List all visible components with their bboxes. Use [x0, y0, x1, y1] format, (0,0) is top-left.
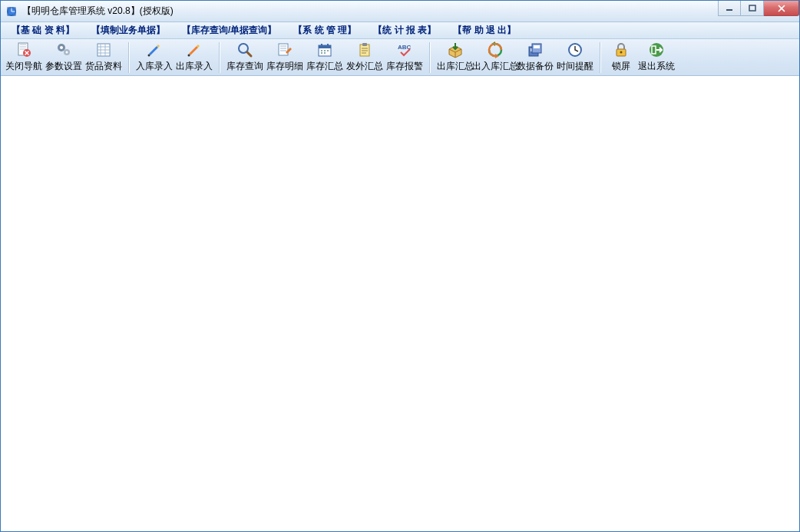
inventory-detail-button[interactable]: 库存明细	[265, 41, 305, 74]
toolbar-separator	[429, 42, 431, 73]
close-nav-label: 关闭导航	[5, 60, 42, 73]
inventory-summary-button[interactable]: 库存汇总	[305, 41, 345, 74]
disks-icon	[527, 41, 544, 58]
recycle-icon	[487, 41, 504, 58]
toolbar-group-2: 入库录入 出库录入	[134, 41, 214, 74]
inbound-entry-button[interactable]: 入库录入	[134, 41, 174, 74]
param-settings-button[interactable]: 参数设置	[44, 41, 84, 74]
menu-inventory-query[interactable]: 【库存查询/单据查询】	[177, 23, 281, 38]
time-reminder-button[interactable]: 时间提醒	[555, 41, 595, 74]
menu-help-exit[interactable]: 【帮 助 退 出】	[448, 23, 521, 38]
toolbar-group-4: 出库汇总 出入库汇总 数据备份 时间提醒	[435, 41, 595, 74]
outbound-entry-button[interactable]: 出库录入	[174, 41, 214, 74]
gears-icon	[55, 41, 72, 58]
lock-screen-label: 锁屏	[612, 60, 630, 73]
clock-icon	[567, 41, 583, 58]
maximize-button[interactable]	[741, 1, 764, 16]
lock-icon	[613, 41, 630, 58]
minimize-button[interactable]	[718, 1, 741, 16]
svg-rect-3	[749, 5, 755, 11]
app-icon	[5, 5, 18, 18]
toolbar-separator	[600, 42, 601, 73]
toolbar-separator	[219, 42, 220, 73]
inout-summary-button[interactable]: 出入库汇总	[475, 41, 515, 74]
pen-blue-icon	[146, 41, 163, 58]
close-nav-icon	[15, 41, 32, 58]
menu-bar: 【基 础 资 料】 【填制业务单据】 【库存查询/单据查询】 【系 统 管 理】…	[1, 22, 799, 39]
inventory-summary-label: 库存汇总	[306, 60, 343, 73]
toolbar-group-5: 锁屏 退出系统	[606, 41, 676, 74]
toolbar-group-1: 关闭导航 参数设置 货品资料	[4, 41, 124, 74]
product-data-label: 货品资料	[85, 60, 122, 73]
exit-system-button[interactable]: 退出系统	[636, 41, 676, 74]
inbound-entry-label: 入库录入	[136, 60, 173, 73]
lock-screen-button[interactable]: 锁屏	[606, 41, 636, 74]
toolbar-separator	[128, 42, 130, 73]
param-settings-label: 参数设置	[45, 60, 82, 73]
calendar-icon	[316, 41, 333, 58]
toolbar: 关闭导航 参数设置 货品资料 入库录入 出库录入 库存查询 库存明细	[1, 39, 799, 76]
title-bar: 【明明仓库管理系统 v20.8】(授权版)	[1, 1, 799, 22]
inventory-alert-button[interactable]: 库存报警	[385, 41, 425, 74]
window-controls	[718, 1, 799, 16]
menu-basic-data[interactable]: 【基 础 资 料】	[7, 23, 79, 38]
time-reminder-label: 时间提醒	[557, 60, 593, 73]
window-title: 【明明仓库管理系统 v20.8】(授权版)	[22, 5, 174, 18]
magnifier-icon	[236, 41, 253, 58]
pen-orange-icon	[186, 41, 203, 58]
product-data-button[interactable]: 货品资料	[84, 41, 124, 74]
menu-system-manage[interactable]: 【系 统 管 理】	[289, 23, 361, 38]
outbound-summary-label: 出库汇总	[437, 60, 474, 73]
outbound-summary-button[interactable]: 出库汇总	[435, 41, 475, 74]
inventory-alert-label: 库存报警	[386, 60, 423, 73]
data-backup-button[interactable]: 数据备份	[515, 41, 555, 74]
content-area	[1, 76, 799, 531]
box-out-icon	[447, 41, 464, 58]
exit-system-label: 退出系统	[638, 60, 675, 73]
data-backup-label: 数据备份	[517, 60, 554, 73]
inventory-detail-label: 库存明细	[266, 60, 303, 73]
toolbar-group-3: 库存查询 库存明细 库存汇总 发外汇总 库存报警	[225, 41, 425, 74]
abc-check-icon	[396, 41, 413, 58]
inout-summary-label: 出入库汇总	[472, 60, 518, 73]
svg-rect-2	[726, 9, 732, 11]
outbound-entry-label: 出库录入	[176, 60, 213, 73]
exit-icon	[648, 41, 665, 58]
inventory-query-label: 库存查询	[226, 60, 263, 73]
close-nav-button[interactable]: 关闭导航	[4, 41, 44, 74]
list-pen-icon	[276, 41, 293, 58]
outgoing-summary-label: 发外汇总	[346, 60, 383, 73]
outgoing-summary-button[interactable]: 发外汇总	[345, 41, 385, 74]
menu-statistics[interactable]: 【统 计 报 表】	[369, 23, 441, 38]
clipboard-icon	[356, 41, 373, 58]
sheet-icon	[95, 41, 112, 58]
close-button[interactable]	[764, 1, 799, 16]
inventory-query-button[interactable]: 库存查询	[225, 41, 265, 74]
menu-business-docs[interactable]: 【填制业务单据】	[87, 23, 170, 38]
